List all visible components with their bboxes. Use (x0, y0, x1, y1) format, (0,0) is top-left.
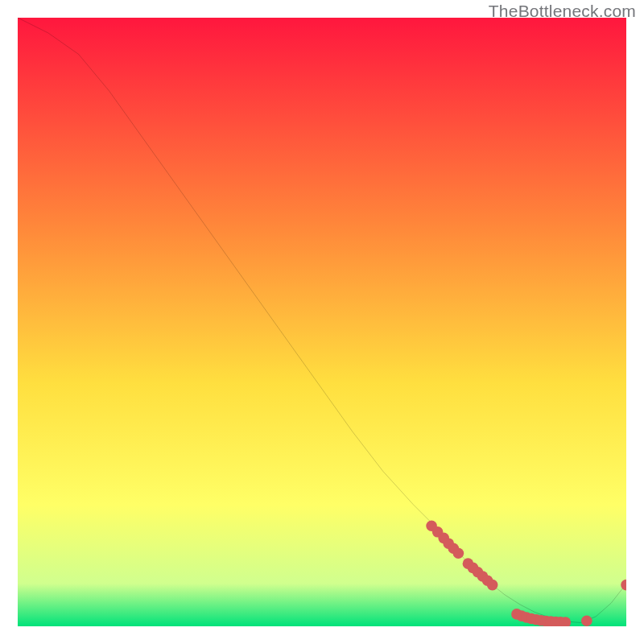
scatter-dot (487, 580, 498, 591)
scatter-dot (581, 615, 592, 626)
chart-container: TheBottleneck.com (0, 0, 644, 644)
gradient-background (18, 18, 626, 626)
chart-plot (18, 18, 626, 626)
scatter-dot (453, 547, 464, 559)
